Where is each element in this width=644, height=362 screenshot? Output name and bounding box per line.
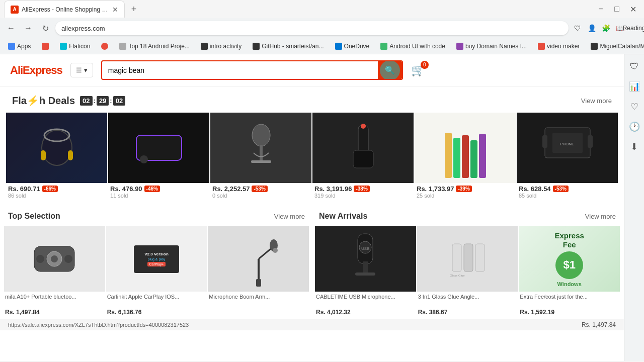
bookmark-domain[interactable]: buy Domain Names f... [452, 42, 531, 51]
bookmark-intro[interactable]: intro activity [197, 42, 246, 51]
product-card[interactable]: Rs. 1,733.97 -39% 25 sold [415, 113, 516, 201]
product-sold: 0 sold [212, 193, 309, 199]
aliexpress-logo[interactable]: AliExpress [10, 64, 62, 77]
express-fee-product[interactable]: ExpressFee $1 Windows Extra Fee/cost jus… [519, 226, 620, 317]
product-price: Rs. 476.90 [110, 185, 142, 193]
product-card[interactable]: Rs. 476.90 -46% 11 sold [108, 113, 209, 201]
reading-label-text: Reading [628, 22, 640, 34]
github-favicon [253, 43, 260, 50]
product-card[interactable]: Rs. 3,191.96 -38% 319 sold [312, 113, 414, 201]
svg-rect-35 [475, 244, 485, 272]
product-price: Rs. 690.71 [8, 185, 40, 193]
graph-panel-icon[interactable]: 📊 [626, 78, 642, 95]
bookmark-vivaldi[interactable] [97, 42, 112, 51]
search-button[interactable]: 🔍 [378, 61, 402, 79]
address-input[interactable] [55, 21, 569, 35]
new-arrivals-view-more[interactable]: View more [585, 213, 616, 220]
bookmark-video[interactable]: video maker [534, 42, 584, 51]
product-info: Rs. 2,252.57 -53% 0 sold [210, 183, 311, 201]
search-bar: 🔍 [101, 60, 403, 80]
product-sold: 86 sold [8, 193, 105, 199]
bookmark-miguel[interactable]: MiguelCatalan/Materi... [587, 42, 644, 51]
heart-panel-icon[interactable]: ♡ [626, 99, 642, 115]
product-card[interactable]: Rs. 2,252.57 -53% 0 sold [210, 113, 311, 201]
bookmark-youtube[interactable] [38, 42, 53, 51]
svg-rect-2 [68, 150, 73, 160]
bookmark-github2[interactable]: GitHub - smarteist/an... [249, 42, 328, 51]
download-panel-icon[interactable]: ⬇ [626, 139, 642, 155]
android-favicon [119, 43, 126, 50]
discount-badge: -38% [354, 186, 369, 192]
product-card[interactable]: Microphone Boom Arm... [208, 226, 309, 317]
flash-deals-view-more[interactable]: View more [581, 97, 612, 105]
flash-deals-header: Fla⚡h Deals 02 : 29 : 02 View more [4, 88, 620, 111]
main-content: AliExpress ☰ ▾ 🔍 🛒 0 Fla⚡h Deals [0, 54, 624, 361]
product-price-row: Rs. 6,136.76 [106, 308, 207, 317]
cart-button[interactable]: 🛒 0 [411, 64, 425, 77]
product-info: Rs. 628.54 -53% 85 sold [517, 183, 618, 201]
svg-point-26 [273, 248, 278, 253]
bookmark-label: video maker [547, 43, 580, 50]
svg-point-7 [252, 124, 270, 146]
product-card[interactable]: V2.0 Version plug & play CarPlay+ Carlin… [106, 226, 207, 317]
tab-close-button[interactable]: ✕ [112, 6, 118, 14]
svg-point-12 [361, 124, 366, 129]
forward-button[interactable]: → [21, 21, 35, 35]
svg-rect-30 [355, 273, 375, 276]
timer-seconds: 02 [113, 96, 125, 106]
product-image [4, 226, 105, 292]
bookmark-apps[interactable]: Apps [4, 42, 35, 51]
bookmark-label: MiguelCatalan/Materi... [600, 43, 644, 50]
top-selection-section: Top Selection View more mifa A10+ Portab… [2, 207, 311, 317]
close-window-button[interactable]: ✕ [626, 2, 640, 16]
minimize-button[interactable]: − [594, 2, 608, 16]
express-fee-title-text: ExpressFee [554, 231, 584, 249]
menu-button[interactable]: ☰ ▾ [70, 63, 93, 77]
product-name: Microphone Boom Arm... [208, 292, 309, 308]
product-card[interactable]: Glass Glue 3 In1 Glass Glue Angle... Rs.… [417, 226, 518, 317]
bookmark-android[interactable]: Top 18 Android Proje... [115, 42, 193, 51]
product-price-row: Rs. 4,012.32 [315, 308, 416, 317]
top-selection-view-more[interactable]: View more [274, 213, 305, 220]
active-tab[interactable]: A AliExpress - Online Shopping for Pr...… [4, 1, 125, 18]
maximize-button[interactable]: □ [610, 2, 624, 16]
product-image: Glass Glue [417, 226, 518, 292]
product-price: Rs. 4,012.32 [316, 309, 351, 316]
timer-hours: 02 [80, 96, 92, 106]
product-card[interactable]: mifa A10+ Portable bluetoo... Rs. 1,497.… [4, 226, 105, 317]
github-favicon [591, 43, 598, 50]
video-favicon [538, 43, 545, 50]
new-tab-button[interactable]: + [127, 2, 141, 16]
product-sold: 11 sold [110, 193, 207, 199]
back-button[interactable]: ← [4, 21, 18, 35]
discount-badge: -46% [144, 186, 160, 192]
flash-text-1: Fla [12, 95, 27, 106]
svg-rect-11 [353, 150, 373, 168]
svg-rect-9 [251, 160, 271, 163]
svg-rect-33 [452, 244, 461, 272]
product-card[interactable]: Rs. 690.71 -66% 86 sold [6, 113, 107, 201]
shield-panel-icon[interactable]: 🛡 [626, 58, 642, 74]
product-name: Extra Fee/cost just for the... [519, 292, 620, 308]
svg-text:PHONE: PHONE [560, 142, 574, 146]
new-arrivals-title: New Arrivals [319, 212, 367, 221]
product-card[interactable]: PHONE Rs. 628.54 -53% 85 sold [517, 113, 618, 201]
svg-point-6 [140, 155, 148, 163]
discount-badge: -53% [553, 186, 569, 192]
clock-panel-icon[interactable]: 🕐 [626, 119, 642, 135]
refresh-button[interactable]: ↻ [38, 21, 52, 35]
discount-badge: -39% [456, 186, 471, 192]
bookmark-onedrive[interactable]: OneDrive [331, 42, 374, 51]
bookmark-flaticon[interactable]: Flaticon [56, 42, 94, 51]
discount-badge: -66% [42, 186, 58, 192]
profile-icon[interactable]: 👤 [586, 22, 598, 34]
flash-text-2: h Deals [39, 95, 75, 106]
svg-rect-16 [542, 135, 547, 148]
product-card[interactable]: USB CABLETIME USB Microphone... Rs. 4,01… [315, 226, 416, 317]
bookmark-android-ui[interactable]: Android UI with code [376, 42, 449, 51]
product-sold: 85 sold [519, 193, 616, 199]
search-input[interactable] [102, 62, 378, 78]
extensions-icon[interactable]: 🧩 [600, 22, 612, 34]
tab-title: AliExpress - Online Shopping for Pr... [22, 6, 109, 13]
product-price-row: Rs. 1,592.19 [519, 308, 620, 317]
